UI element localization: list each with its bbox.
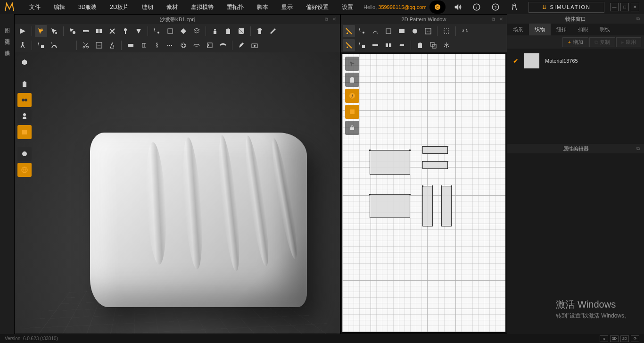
copy-button[interactable]: ⧉ 复制: [589, 37, 615, 47]
pattern-piece-4[interactable]: [370, 194, 410, 218]
circle-2d-icon[interactable]: [409, 25, 421, 37]
avatar-arrangement-icon[interactable]: [209, 25, 221, 37]
panel-close-icon[interactable]: ✕: [499, 17, 505, 22]
edit-curve-2d-icon[interactable]: [369, 25, 381, 37]
apply-button[interactable]: ▸ 应用: [616, 37, 641, 47]
layer-icon[interactable]: [190, 25, 203, 37]
vp2d-texture-icon[interactable]: [345, 105, 359, 119]
menu-sewing[interactable]: 缝纫: [135, 0, 160, 14]
flatten-icon[interactable]: [177, 25, 190, 37]
edit-pattern-2d-icon[interactable]: [343, 25, 355, 37]
zipper-icon[interactable]: [151, 39, 163, 51]
menu-avatar[interactable]: 虚拟模特: [184, 0, 220, 14]
arrangement-icon[interactable]: [164, 25, 176, 37]
panel-popout-icon[interactable]: ⧉: [636, 16, 642, 22]
cloud-sync-icon[interactable]: C: [429, 0, 446, 14]
brush-icon[interactable]: [61, 39, 74, 51]
panel-close-icon[interactable]: ✕: [332, 17, 338, 22]
tab-topstitch[interactable]: 明线: [594, 24, 616, 35]
maximize-button[interactable]: □: [620, 3, 629, 11]
select-mesh-tool-icon[interactable]: [48, 25, 60, 37]
vp-avatar-display-icon[interactable]: [17, 109, 32, 123]
vp2d-garment-icon[interactable]: [345, 73, 359, 87]
minimize-button[interactable]: —: [610, 3, 619, 11]
symmetry-2d-icon[interactable]: [440, 39, 453, 51]
internal-line-icon[interactable]: [93, 39, 105, 51]
menu-preferences[interactable]: 偏好设置: [299, 0, 335, 14]
walk-tool-icon[interactable]: [17, 39, 29, 51]
trace-icon[interactable]: [48, 39, 60, 51]
status-3d-button[interactable]: 3D: [610, 335, 619, 342]
notch-2d-icon[interactable]: [459, 25, 471, 37]
menu-2d-pattern[interactable]: 2D板片: [103, 0, 135, 14]
avatar-icon[interactable]: [508, 0, 521, 14]
bond-icon[interactable]: [138, 39, 150, 51]
sound-icon[interactable]: [451, 0, 464, 14]
menu-script[interactable]: 脚本: [250, 0, 275, 14]
vp-render-icon[interactable]: [17, 147, 32, 161]
simulation-button[interactable]: ⇊SIMULATION: [528, 2, 604, 13]
free-sew-2d-icon[interactable]: [382, 39, 395, 51]
buttonhole-icon[interactable]: [190, 39, 203, 51]
panel-popout-icon[interactable]: ⧉: [492, 17, 497, 22]
topstitch-icon[interactable]: [164, 39, 176, 51]
iron-2d-icon[interactable]: [396, 39, 408, 51]
piping-icon[interactable]: [217, 39, 229, 51]
help-icon[interactable]: ?: [489, 0, 502, 14]
vp2d-info-icon[interactable]: i: [345, 89, 359, 103]
tab-button[interactable]: 纽扣: [551, 24, 572, 35]
tab-buttonhole[interactable]: 扣眼: [572, 24, 594, 35]
vp2d-lock-icon[interactable]: [345, 121, 359, 135]
user-email[interactable]: 359996115@qq.com: [378, 4, 426, 10]
offset-2d-icon[interactable]: [427, 39, 439, 51]
internal-2d-icon[interactable]: [422, 25, 434, 37]
pattern-piece-5[interactable]: [422, 186, 433, 226]
transform-2d-icon[interactable]: [343, 39, 355, 51]
vp2d-cursor-icon[interactable]: [345, 57, 359, 71]
simulate-tool-icon[interactable]: [17, 25, 29, 37]
edit-point-2d-icon[interactable]: [356, 25, 368, 37]
3d-pen-icon[interactable]: [235, 39, 248, 51]
pattern-piece-3[interactable]: [422, 161, 448, 169]
material-swatch[interactable]: [524, 53, 539, 68]
pattern-piece-6[interactable]: [441, 186, 452, 226]
tab-fabric[interactable]: 织物: [529, 24, 551, 35]
add-button[interactable]: +增加: [562, 37, 588, 47]
menu-retopo[interactable]: 重拓扑: [220, 0, 250, 14]
tab-scene[interactable]: 场景: [507, 24, 529, 35]
status-refresh-button[interactable]: ⟳: [631, 335, 639, 342]
info-icon[interactable]: i: [470, 0, 483, 14]
polygon-2d-icon[interactable]: [382, 25, 395, 37]
menu-materials[interactable]: 素材: [160, 0, 184, 14]
texture-icon[interactable]: [235, 25, 248, 37]
vp-surface-icon[interactable]: [17, 93, 32, 107]
rectangle-2d-icon[interactable]: [396, 25, 408, 37]
segment-sewing-icon[interactable]: [93, 25, 105, 37]
measure-icon[interactable]: [267, 25, 279, 37]
segment-sew-2d-icon[interactable]: [369, 39, 381, 51]
menu-file[interactable]: 文件: [23, 0, 47, 14]
viewport-3d[interactable]: [15, 52, 340, 334]
material-row[interactable]: ✔ Material13765: [507, 49, 644, 73]
dart-icon[interactable]: [106, 39, 118, 51]
menu-3d-garment[interactable]: 3D服装: [72, 0, 103, 14]
close-button[interactable]: ✕: [631, 3, 639, 11]
vp-garment-display-icon[interactable]: [17, 77, 32, 91]
graphic-icon[interactable]: [204, 39, 216, 51]
sewing-tool-icon[interactable]: [80, 25, 92, 37]
button-icon[interactable]: [177, 39, 190, 51]
menu-display[interactable]: 显示: [275, 0, 299, 14]
pattern-piece-1[interactable]: [370, 150, 410, 175]
vp-globe-icon[interactable]: [17, 163, 32, 177]
fold-icon[interactable]: [132, 25, 145, 37]
panel-popout-icon[interactable]: ⧉: [636, 146, 642, 151]
snapshot-icon[interactable]: [248, 39, 261, 51]
free-sewing-icon[interactable]: [106, 25, 118, 37]
shirt-icon[interactable]: [254, 25, 266, 37]
trace-2d-icon[interactable]: [440, 25, 453, 37]
select-move-tool-icon[interactable]: [35, 25, 47, 37]
edit-pattern-icon[interactable]: [35, 39, 47, 51]
status-pi-button[interactable]: π: [600, 335, 608, 342]
vp-mesh-icon[interactable]: [17, 55, 32, 69]
garment-icon[interactable]: [222, 25, 234, 37]
